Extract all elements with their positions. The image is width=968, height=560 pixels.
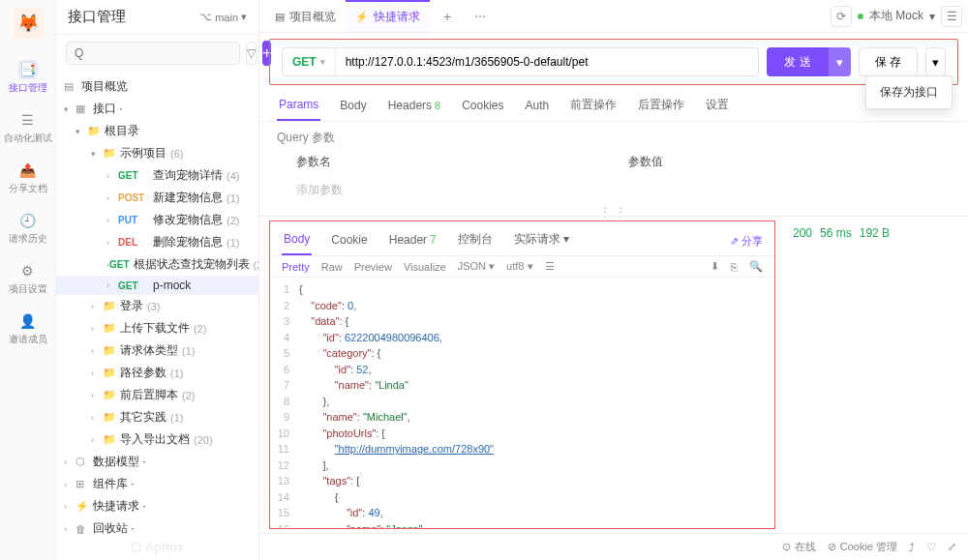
tab-icon: ⚡ [355,11,369,23]
filter-button[interactable]: ▽ [246,42,257,65]
tree-folder-登录[interactable]: ›📁登录(3) [56,295,258,317]
add-param-row[interactable]: 添加参数 [277,176,951,204]
col-param-value: 参数值 [628,154,951,170]
tree-root-dir[interactable]: ▾📁根目录 [56,120,258,142]
expand-icon[interactable]: ⤢ [948,541,956,553]
toolbar-action-2[interactable]: 🔍 [749,260,763,273]
url-input[interactable] [336,55,759,69]
rail-icon: 🕘 [18,211,38,230]
resptab-实际请求[interactable]: 实际请求 ▾ [512,227,571,255]
reqtab-Cookies[interactable]: Cookies [460,93,505,121]
reqtab-Params[interactable]: Params [277,93,320,121]
rail-icon: 👤 [18,311,38,331]
toolbar-JSON[interactable]: JSON ▾ [458,260,495,273]
tree-endpoint-修改宠物信息[interactable]: ›PUT修改宠物信息(2) [56,209,258,231]
format-icon[interactable]: ☰ [545,260,555,273]
rail-item-项目设置[interactable]: ⚙项目设置 [4,253,52,304]
query-title: Query 参数 [277,130,951,146]
send-button[interactable]: 发 送 [767,47,828,76]
resptab-Header[interactable]: Header7 [387,229,439,254]
chevron-down-icon: ▾ [241,11,247,23]
toolbar-Raw[interactable]: Raw [321,261,343,273]
toolbar-action-1[interactable]: ⎘ [731,261,738,273]
upload-icon[interactable]: ⤴ [909,542,915,553]
refresh-button[interactable]: ⟳ [831,6,852,27]
menu-button[interactable]: ☰ [941,6,962,27]
reqtab-前置操作[interactable]: 前置操作 [568,93,619,121]
tree-api-root[interactable]: ▾▦接口 · [56,98,258,120]
tab-more[interactable]: ⋯ [465,10,496,23]
rail-item-分享文档[interactable]: 📤分享文档 [4,153,52,203]
reqtab-Body[interactable]: Body [338,93,368,121]
tree-快捷请求[interactable]: ›⚡快捷请求 · [56,495,258,517]
main-area: ▤项目概览⚡快捷请求 + ⋯ ⟳ 本地 Mock ▾ ☰ GET▾ 发 送 ▾ [259,0,968,560]
tree-overview[interactable]: ▤项目概览 [56,75,258,98]
method-selector[interactable]: GET▾ [283,48,336,75]
request-bar: GET▾ 发 送 ▾ 保 存 ▾ [269,39,958,85]
toolbar-Pretty[interactable]: Pretty [282,261,310,273]
resptab-Cookie[interactable]: Cookie [329,229,369,254]
tree-folder-请求体类型[interactable]: ›📁请求体类型(1) [56,339,258,362]
tree-endpoint-根据状态查找宠物列表[interactable]: ›GET根据状态查找宠物列表(2) [56,253,258,276]
online-status[interactable]: ⊙在线 [782,540,816,554]
save-dropdown[interactable]: ▾ [925,47,946,76]
rail-icon: 📤 [18,161,38,180]
toolbar-action-0[interactable]: ⬇ [711,260,719,273]
tree-组件库[interactable]: ›⊞组件库 · [56,473,258,495]
tree-folder-路径参数[interactable]: ›📁路径参数(1) [56,362,258,384]
rail-item-接口管理[interactable]: 📑接口管理 [4,52,52,103]
sidebar: 接口管理 ⌥ main ▾ ▽ + ▤项目概览▾▦接口 ·▾📁根目录▾📁示例项目… [56,0,259,560]
editor-tabs: ▤项目概览⚡快捷请求 + ⋯ ⟳ 本地 Mock ▾ ☰ [259,0,968,33]
reqtab-后置操作[interactable]: 后置操作 [636,93,686,121]
save-button[interactable]: 保 存 [859,47,918,76]
tree-数据模型[interactable]: ›⬡数据模型 · [56,451,258,473]
branch-selector[interactable]: ⌥ main ▾ [199,11,247,23]
tree-folder-其它实践[interactable]: ›📁其它实践(1) [56,406,258,428]
watermark: ⬡Apifox [56,534,258,560]
col-param-name: 参数名 [277,154,619,170]
app-logo: 🦊 [13,8,44,39]
rail-item-请求历史[interactable]: 🕘请求历史 [4,203,52,253]
reqtab-设置[interactable]: 设置 [704,93,731,121]
tab-icon: ▤ [275,11,285,23]
share-button[interactable]: ⇗ 分享 [730,234,763,249]
tree-folder-上传下载文件[interactable]: ›📁上传下载文件(2) [56,317,258,339]
toolbar-utf8[interactable]: utf8 ▾ [506,260,532,273]
tree-endpoint-p-mock[interactable]: ›GETp-mock [56,276,258,295]
resptab-Body[interactable]: Body [282,228,312,255]
send-dropdown[interactable]: ▾ [829,47,851,76]
tree-folder-前后置脚本[interactable]: ›📁前后置脚本(2) [56,384,258,406]
status-bar: ⊙在线 ⊘Cookie 管理 ⤴ ♡ ⤢ [259,533,968,560]
toolbar-Preview[interactable]: Preview [354,261,392,273]
reqtab-Headers[interactable]: Headers8 [386,93,442,121]
tab-快捷请求[interactable]: ⚡快捷请求 [346,0,430,32]
tree-endpoint-删除宠物信息[interactable]: ›DEL删除宠物信息(1) [56,231,258,253]
chevron-down-icon: ▾ [929,10,935,23]
tree-example-proj[interactable]: ▾📁示例项目(6) [56,142,258,164]
toolbar-Visualize[interactable]: Visualize [404,261,446,273]
tree-回收站[interactable]: ›🗑回收站 · [56,517,258,534]
cookie-manage[interactable]: ⊘Cookie 管理 [828,540,897,554]
response-body[interactable]: 1{2 "code": 0,3 "data": {4 "id": 6222004… [270,278,774,528]
rail-item-自动化测试[interactable]: ☰自动化测试 [4,103,52,153]
sidebar-title: 接口管理 [68,8,126,26]
rail-item-邀请成员[interactable]: 👤邀请成员 [4,304,52,354]
tab-项目概览[interactable]: ▤项目概览 [265,0,346,32]
tree-endpoint-新建宠物信息[interactable]: ›POST新建宠物信息(1) [56,187,258,209]
search-input[interactable] [66,42,240,65]
reqtab-Auth[interactable]: Auth [524,93,552,121]
env-status-dot [858,14,863,19]
rail-icon: 📑 [18,60,38,79]
splitter[interactable]: ⋮⋮ [259,208,968,216]
rail-icon: ☰ [18,110,38,130]
save-as-popup[interactable]: 保存为接口 [865,75,953,109]
nav-rail: 🦊 📑接口管理☰自动化测试📤分享文档🕘请求历史⚙项目设置👤邀请成员 [0,0,56,560]
branch-icon: ⌥ [199,11,212,23]
tree-endpoint-查询宠物详情[interactable]: ›GET查询宠物详情(4) [56,164,258,187]
resptab-控制台[interactable]: 控制台 [456,227,495,255]
tree-folder-导入导出文档[interactable]: ›📁导入导出文档(20) [56,428,258,451]
rail-icon: ⚙ [18,261,38,280]
env-selector[interactable]: 本地 Mock [869,8,923,24]
tab-add[interactable]: + [434,9,461,24]
trash-icon[interactable]: ♡ [926,541,936,553]
